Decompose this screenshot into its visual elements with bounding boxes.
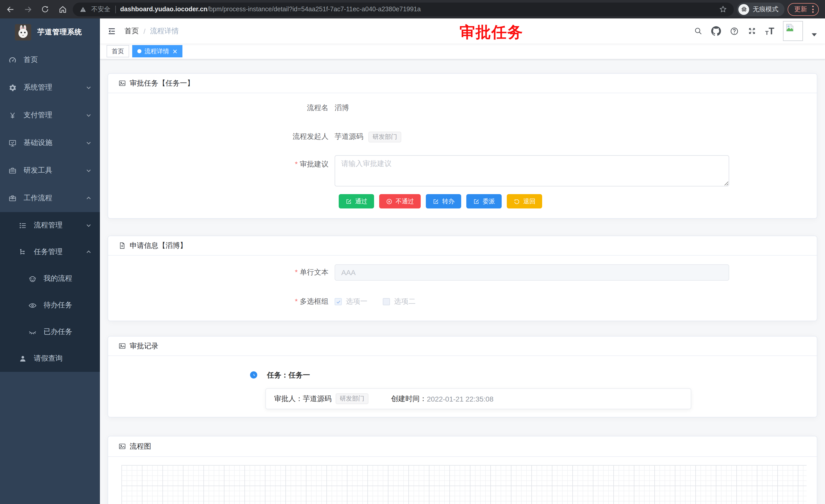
- sidebar-item-dev-tools[interactable]: 研发工具: [0, 157, 100, 184]
- list-tree-icon: [18, 221, 27, 230]
- browser-update-button[interactable]: 更新: [788, 3, 819, 16]
- sidebar-item-my-process[interactable]: 我的流程: [0, 265, 100, 292]
- picture-icon: [119, 342, 126, 350]
- url-domain: dashboard.yudao.iocoder.cn: [120, 6, 207, 13]
- return-button[interactable]: 退回: [507, 194, 542, 208]
- approver-dept-tag: 研发部门: [335, 393, 368, 404]
- chevron-down-icon: [86, 167, 92, 174]
- url-path: /bpm/process-instance/detail?id=54aa251f…: [207, 6, 421, 13]
- sidebar-item-todo-tasks[interactable]: 待办任务: [0, 292, 100, 319]
- forward-button[interactable]: [20, 2, 35, 16]
- created-time-value: 2022-01-21 22:35:08: [427, 395, 494, 403]
- sidebar-item-workflow[interactable]: 工作流程: [0, 184, 100, 212]
- chevron-up-icon: [86, 195, 92, 201]
- required-asterisk: *: [295, 268, 298, 276]
- search-icon[interactable]: [694, 27, 703, 35]
- checkbox-group-label: *多选框组: [108, 297, 334, 306]
- edit-icon: [433, 198, 439, 204]
- tab-home[interactable]: 首页: [106, 45, 129, 57]
- checkbox-option-1: 选项一: [334, 297, 367, 306]
- browser-chrome: 不安全 dashboard.yudao.iocoder.cn/bpm/proce…: [0, 0, 825, 18]
- address-bar[interactable]: 不安全 dashboard.yudao.iocoder.cn/bpm/proce…: [73, 2, 734, 16]
- workflow-submenu: 流程管理 任务管理 我的流程 待办任务 已办任务 请假: [0, 212, 100, 372]
- reject-button[interactable]: 不通过: [379, 194, 421, 208]
- breadcrumb: 首页 / 流程详情: [125, 26, 179, 35]
- timeline-clock-icon: [250, 371, 257, 379]
- comment-textarea[interactable]: [334, 155, 729, 186]
- browser-menu-icon[interactable]: [811, 5, 815, 14]
- eye-closed-icon: [28, 328, 37, 336]
- breadcrumb-current: 流程详情: [150, 26, 179, 35]
- initiator-row: 流程发起人 芋道源码 研发部门: [108, 128, 807, 146]
- breadcrumb-separator: /: [144, 27, 146, 35]
- sidebar-item-done-tasks[interactable]: 已办任务: [0, 319, 100, 345]
- comment-row: *审批建议: [108, 155, 807, 186]
- incognito-label: 无痕模式: [753, 5, 778, 14]
- chevron-down-icon: [86, 222, 92, 229]
- sidebar-item-task-management[interactable]: 任务管理: [0, 239, 100, 265]
- close-tab-icon[interactable]: [173, 49, 177, 54]
- records-card-header: 审批记录: [108, 337, 817, 356]
- sidebar-item-infrastructure[interactable]: 基础设施: [0, 129, 100, 157]
- approval-card-title: 审批任务【任务一】: [130, 79, 194, 88]
- text-field-label: *单行文本: [108, 268, 334, 277]
- security-label[interactable]: 不安全: [91, 5, 110, 14]
- checkbox-group-row: *多选框组 选项一 选项二: [108, 293, 807, 310]
- records-card-title: 审批记录: [130, 341, 158, 351]
- fullscreen-icon[interactable]: [748, 27, 757, 35]
- process-name-row: 流程名 滔博: [108, 99, 807, 117]
- checkbox-option-2: 选项二: [383, 297, 416, 306]
- picture-icon: [119, 442, 126, 450]
- sidebar-item-payment[interactable]: 支付管理: [0, 101, 100, 129]
- delegate-button[interactable]: 委派: [466, 194, 502, 208]
- approver-name: 芋道源码: [303, 394, 331, 403]
- app-logo-row[interactable]: 芋道管理系统: [0, 18, 100, 46]
- app-logo: [15, 24, 31, 40]
- navbar-actions: TT: [694, 21, 817, 41]
- diagram-card-header: 流程图: [108, 436, 817, 457]
- breadcrumb-home[interactable]: 首页: [125, 26, 139, 35]
- url-divider: [115, 5, 116, 13]
- checkbox-checked-icon: [334, 298, 342, 305]
- top-navbar: 首页 / 流程详情 审批任务 TT: [100, 18, 825, 44]
- update-label[interactable]: 更新: [794, 5, 807, 14]
- app-title: 芋道管理系统: [38, 28, 82, 37]
- bpmn-canvas-grid[interactable]: [122, 465, 807, 504]
- approve-button[interactable]: 通过: [339, 194, 374, 208]
- url-text[interactable]: dashboard.yudao.iocoder.cn/bpm/process-i…: [120, 6, 714, 13]
- collapse-sidebar-icon[interactable]: [107, 26, 116, 35]
- bookmark-star-icon[interactable]: [719, 5, 727, 13]
- initiator-dept-tag: 研发部门: [368, 132, 401, 142]
- approval-card-header: 审批任务【任务一】: [108, 74, 817, 93]
- user-icon: [18, 354, 27, 363]
- avatar[interactable]: [783, 21, 803, 41]
- dashboard-icon: [8, 56, 17, 64]
- rotate-left-icon: [513, 198, 520, 204]
- timeline-task-title: 任务：任务一: [267, 371, 310, 380]
- broken-image-icon: [785, 23, 794, 32]
- process-diagram-card: 流程图: [107, 436, 817, 504]
- sidebar-item-leave-query[interactable]: 请假查询: [0, 345, 100, 372]
- avatar-dropdown-caret[interactable]: [812, 33, 817, 36]
- application-info-card: 申请信息【滔博】 *单行文本 *多选框组 选项一 选项二: [107, 236, 817, 321]
- sidebar-item-process-management[interactable]: 流程管理: [0, 212, 100, 239]
- help-icon[interactable]: [730, 26, 739, 35]
- gear-icon: [8, 83, 17, 92]
- required-asterisk: *: [295, 160, 298, 168]
- approval-task-card: 审批任务【任务一】 流程名 滔博 流程发起人 芋道源码 研发部门 *审批建议: [107, 73, 817, 219]
- comment-label: *审批建议: [108, 155, 334, 169]
- required-asterisk: *: [295, 297, 298, 305]
- yuan-icon: [8, 111, 17, 119]
- back-button[interactable]: [3, 2, 17, 16]
- font-size-icon[interactable]: TT: [765, 26, 774, 35]
- sidebar-item-system[interactable]: 系统管理: [0, 74, 100, 101]
- reload-button[interactable]: [38, 2, 52, 16]
- approval-records-card: 审批记录 任务：任务一 审批人： 芋道源码 研发部门 创建时间： 2022-01…: [107, 336, 817, 417]
- sidebar-item-home[interactable]: 首页: [0, 46, 100, 74]
- github-icon[interactable]: [711, 26, 721, 36]
- briefcase-icon: [8, 194, 17, 202]
- transfer-button[interactable]: 转办: [426, 194, 461, 208]
- home-button[interactable]: [55, 2, 70, 16]
- record-detail-box: 审批人： 芋道源码 研发部门 创建时间： 2022-01-21 22:35:08: [266, 388, 691, 409]
- tab-process-detail[interactable]: 流程详情: [132, 45, 182, 57]
